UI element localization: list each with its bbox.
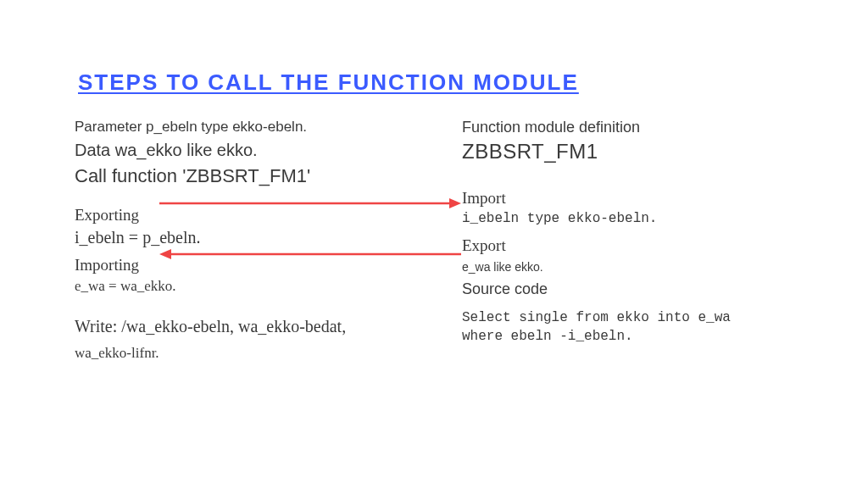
export-param: e_wa like ekko. — [462, 260, 818, 274]
write-statement-cont: wa_ekko-lifnr. — [75, 345, 431, 362]
fm-name: ZBBSRT_FM1 — [462, 140, 818, 164]
page-title: STEPS TO CALL THE FUNCTION MODULE — [78, 69, 579, 96]
fm-definition-block: Function module definition ZBBSRT_FM1 Im… — [462, 119, 818, 347]
export-label: Export — [462, 236, 818, 255]
exporting-param: i_ebeln = p_ebeln. — [75, 228, 431, 247]
svg-marker-1 — [449, 198, 461, 208]
import-label: Import — [462, 189, 818, 208]
write-statement: Write: /wa_ekko-ebeln, wa_ekko-bedat, — [75, 317, 431, 336]
source-code-label: Source code — [462, 280, 818, 298]
source-code-line-1: Select single from ekko into e_wa — [462, 310, 818, 325]
svg-marker-3 — [159, 249, 171, 259]
source-code-line-2: where ebeln -i_ebeln. — [462, 329, 818, 344]
arrow-export-to-importing — [159, 247, 461, 261]
param-declaration: Parameter p_ebeln type ekko-ebeln. — [75, 119, 431, 136]
fm-definition-label: Function module definition — [462, 119, 818, 136]
data-declaration: Data wa_ekko like ekko. — [75, 141, 431, 160]
importing-param: e_wa = wa_ekko. — [75, 278, 431, 295]
import-param: i_ebeln type ekko-ebeln. — [462, 211, 818, 226]
caller-code-block: Parameter p_ebeln type ekko-ebeln. Data … — [75, 119, 431, 365]
call-function-statement: Call function 'ZBBSRT_FM1' — [75, 165, 431, 187]
arrow-exporting-to-import — [159, 197, 461, 210]
